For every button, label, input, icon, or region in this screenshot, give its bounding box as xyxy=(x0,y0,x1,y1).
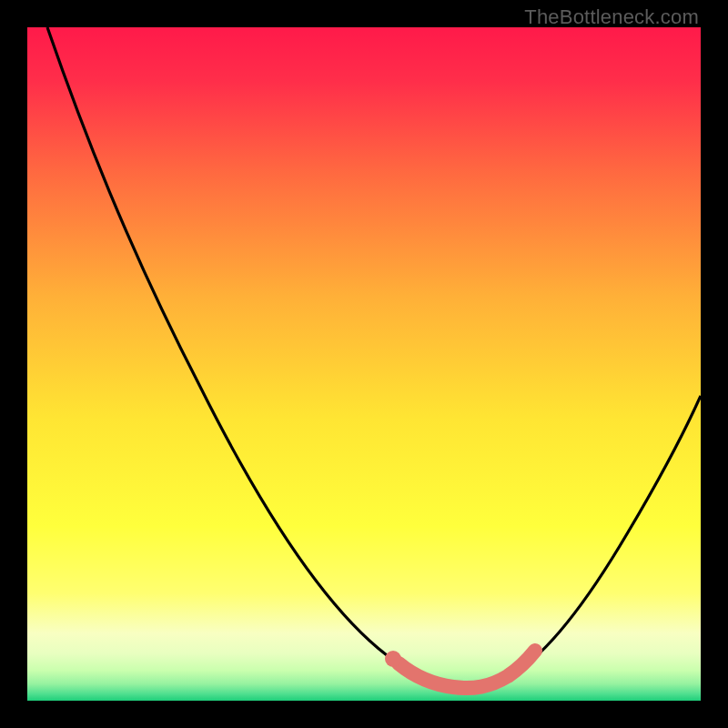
chart-container: TheBottleneck.com xyxy=(0,0,728,728)
watermark-text: TheBottleneck.com xyxy=(524,5,699,29)
bottleneck-curve xyxy=(47,27,701,689)
chart-curves xyxy=(27,27,701,701)
optimal-zone-start-dot xyxy=(385,651,401,667)
optimal-zone-highlight xyxy=(399,651,535,688)
plot-area xyxy=(27,27,701,701)
